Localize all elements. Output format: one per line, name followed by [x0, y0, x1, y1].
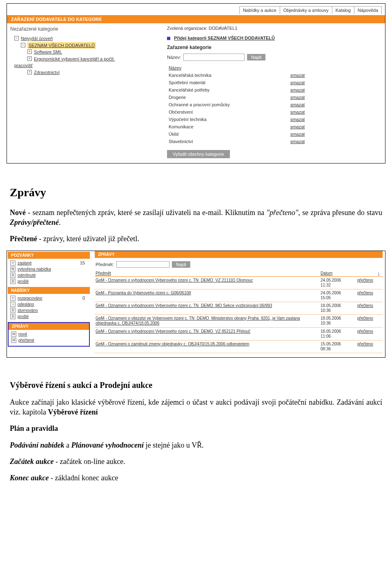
- tab-objednavky-smlouvy[interactable]: Objednávky a smlouvy: [280, 6, 332, 14]
- tree-node[interactable]: Ergonomické vybavení kanceláří a počít.: [34, 56, 115, 63]
- heading-plan: Plán a pravidla: [10, 423, 382, 433]
- tree-node-wrap[interactable]: pracovišť: [14, 63, 33, 68]
- col-name-header[interactable]: Název: [167, 64, 289, 72]
- row-icon: N: [10, 267, 16, 272]
- col-status-header: ↓: [357, 271, 382, 276]
- message-row: GeM - Oznameni o zamitnuti zmeny objedna…: [95, 341, 383, 353]
- row-icon: ✉: [11, 338, 16, 343]
- message-subject[interactable]: GeM - Oznameni o vyhodnoceni Vyberoveho …: [96, 278, 321, 283]
- panel-row-label[interactable]: zaslané: [18, 261, 31, 265]
- collapse-icon[interactable]: −: [21, 43, 25, 47]
- category-name: Stavebnictví: [167, 138, 289, 145]
- message-subject[interactable]: GeM - Oznameni o vyhodnoceni Vyberoveho …: [96, 303, 321, 309]
- message-status-link[interactable]: přečteno: [357, 291, 382, 295]
- panel-pozvanky-head: POZVÁNKY: [8, 252, 90, 259]
- panel-row[interactable]: Nvytvořena nabídka: [10, 266, 87, 272]
- message-date: 18.05.200610:36: [321, 316, 357, 326]
- delete-link[interactable]: smazat: [289, 138, 322, 145]
- message-date: 18.05.200610:36: [321, 303, 357, 313]
- message-status-link[interactable]: přečteno: [357, 278, 382, 282]
- unassigned-categories-panel: Nezařazené kategorie − Nejvyšší úroveň −…: [10, 25, 157, 158]
- delete-link[interactable]: smazat: [289, 94, 322, 101]
- add-category-link[interactable]: Přidej kategorii SEZNAM VŠECH DODAVATELŮ: [174, 36, 275, 40]
- tree-node[interactable]: Software SML: [34, 49, 62, 56]
- category-name: Kancelářské potřeby: [167, 86, 289, 94]
- tab-katalog[interactable]: Katalog: [332, 6, 354, 14]
- panel-nabidky-head: NABÍDKY: [8, 287, 90, 294]
- panel-row-label[interactable]: nové: [18, 332, 27, 336]
- message-status-link[interactable]: přečteno: [357, 329, 382, 334]
- category-name: Spotřební materiál: [167, 79, 289, 86]
- panel-row-label[interactable]: rozpracováno: [18, 296, 42, 300]
- panel-pozvanky: POZVÁNKY +zaslané15Nvytvořena nabídkaXod…: [8, 252, 90, 287]
- delete-link[interactable]: smazat: [289, 79, 322, 86]
- row-icon: +: [10, 260, 16, 266]
- expand-icon[interactable]: +: [27, 49, 32, 54]
- screenshot-messages: POZVÁNKY +zaslané15Nvytvořena nabídkaXod…: [7, 251, 385, 358]
- tab-nabidky-aukce[interactable]: Nabídky a aukce: [239, 6, 280, 14]
- message-row: GeM - Oznameni o vitezstvi ve Vyberovem …: [95, 315, 383, 328]
- delete-link[interactable]: smazat: [289, 72, 322, 79]
- msg-search-input[interactable]: [116, 261, 169, 268]
- panel-row[interactable]: →odesláno: [10, 301, 87, 307]
- row-icon: X: [10, 279, 16, 284]
- delete-link[interactable]: smazat: [289, 108, 322, 116]
- assigned-categories-panel: Zvolená organizace: DODAVATEL1 Přidej ka…: [167, 25, 382, 158]
- message-subject[interactable]: GeM - Pozvanka do Vyberoveho rizeni c. G…: [96, 291, 321, 296]
- tab-napoveda[interactable]: Nápověda: [354, 6, 382, 14]
- paragraph-plan: Podávání nabídek a Plánované vyhodnocení…: [10, 440, 382, 450]
- delete-link[interactable]: smazat: [289, 116, 322, 123]
- panel-row-label[interactable]: stornováno: [18, 308, 38, 313]
- table-row: Spotřební materiálsmazat: [167, 79, 322, 86]
- panel-row-label[interactable]: odesláno: [18, 302, 34, 307]
- panel-row[interactable]: Xodmítnuté: [10, 272, 87, 278]
- expand-icon[interactable]: +: [27, 56, 32, 61]
- page-header-bar: ZAŘAZENÍ DODAVATELE DO KATEGORIÍ: [7, 15, 385, 23]
- panel-nabidky: NABÍDKY +rozpracováno0→odeslánoXstornová…: [8, 287, 90, 322]
- msg-search-button[interactable]: Najdi: [172, 261, 190, 268]
- panel-row[interactable]: +rozpracováno0: [10, 295, 87, 301]
- panel-row-label[interactable]: prošlé: [18, 279, 29, 284]
- tree-node[interactable]: Zdravotnictví: [34, 69, 60, 76]
- delete-link[interactable]: smazat: [289, 86, 322, 94]
- message-status-link[interactable]: přečteno: [357, 303, 382, 308]
- panel-row-label[interactable]: prošlé: [18, 314, 29, 319]
- tree-root[interactable]: Nejvyšší úroveň: [21, 35, 53, 42]
- search-button[interactable]: Najdi: [247, 54, 265, 60]
- panel-row-label[interactable]: přečtené: [18, 338, 34, 343]
- document-body: Zprávy Nové - seznam nepřečtených zpráv,…: [0, 168, 392, 244]
- sort-arrow-icon[interactable]: ↓: [377, 270, 380, 277]
- panel-row[interactable]: +zaslané15: [10, 260, 87, 266]
- collapse-icon[interactable]: −: [14, 36, 19, 40]
- panel-row[interactable]: Xprošlé: [10, 314, 87, 320]
- delete-link[interactable]: smazat: [289, 130, 322, 138]
- panel-row[interactable]: ✉nové: [11, 331, 87, 337]
- table-row: Komunikacesmazat: [167, 123, 322, 130]
- panel-row-count: 0: [82, 296, 87, 300]
- table-row: Kancelářská technikasmazat: [167, 72, 322, 79]
- category-search-input[interactable]: [183, 54, 245, 61]
- message-date: 16.05.200611:06: [321, 329, 357, 339]
- panel-row-label[interactable]: vytvořena nabídka: [18, 267, 51, 271]
- screenshot-categories: Nabídky a aukce Objednávky a smlouvy Kat…: [7, 3, 385, 164]
- delete-link[interactable]: smazat: [289, 101, 322, 108]
- delete-link[interactable]: smazat: [289, 123, 322, 130]
- panel-row[interactable]: Xstornováno: [10, 307, 87, 314]
- message-subject[interactable]: GeM - Oznameni o zamitnuti zmeny objedna…: [96, 342, 321, 347]
- message-subject[interactable]: GeM - Oznameni o vyhodnoceni Vyberoveho …: [96, 329, 321, 334]
- panel-row[interactable]: ✉přečtené: [11, 337, 87, 343]
- col-subject-header[interactable]: Předmět: [96, 271, 321, 276]
- messages-header-row: Předmět Datum ↓: [95, 269, 383, 277]
- tree-highlight[interactable]: SEZNAM VŠECH DODAVATELŮ: [27, 42, 96, 49]
- expand-icon[interactable]: +: [27, 70, 32, 74]
- col-date-header[interactable]: Datum: [321, 271, 357, 276]
- panel-row[interactable]: Xprošlé: [10, 278, 87, 284]
- category-name: Ochranné a pracovní pomůcky: [167, 101, 289, 108]
- message-status-link[interactable]: přečteno: [357, 342, 382, 346]
- remove-all-button[interactable]: Vyřadit všechny kategorie: [167, 150, 230, 158]
- messages-main: ZPRÁVY Předmět: Najdi Předmět Datum ↓ Ge…: [91, 251, 385, 357]
- message-status-link[interactable]: přečteno: [357, 316, 382, 320]
- message-subject[interactable]: GeM - Oznameni o vitezstvi ve Vyberovem …: [96, 316, 321, 326]
- panel-row-label[interactable]: odmítnuté: [18, 273, 36, 278]
- heading-aukce: Výběrové řízení s aukcí a Prodejní aukce: [10, 380, 382, 391]
